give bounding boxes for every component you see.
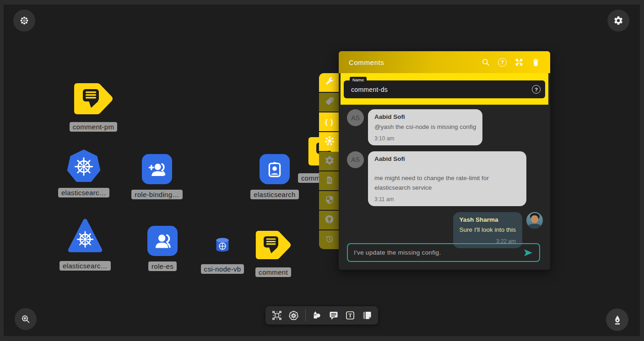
delete-icon[interactable] bbox=[531, 58, 540, 67]
svg-text:T: T bbox=[348, 313, 352, 318]
node-label: elasticsearc… bbox=[58, 188, 109, 197]
node-label: comment bbox=[255, 267, 291, 277]
search-icon[interactable] bbox=[481, 58, 490, 67]
message-bubble: Aabid Sofi @yash the csi-node is missing… bbox=[368, 109, 482, 145]
node-comment[interactable]: comment bbox=[246, 229, 301, 277]
message-time: 3:10 am bbox=[374, 135, 476, 142]
message-input[interactable] bbox=[354, 249, 523, 256]
zoom-in-icon bbox=[21, 314, 31, 324]
zoom-button[interactable] bbox=[15, 308, 37, 330]
comments-panel: Comments ? bbox=[339, 51, 550, 270]
name-input[interactable] bbox=[344, 80, 545, 98]
comment-icon[interactable] bbox=[328, 310, 339, 321]
tab-wrench[interactable] bbox=[319, 73, 340, 92]
hub-flower-icon bbox=[324, 135, 335, 148]
message: AS Aabid Sofi @yash the csi-node is miss… bbox=[347, 109, 543, 145]
tab-hub-flower[interactable] bbox=[319, 132, 340, 151]
send-icon[interactable] bbox=[523, 247, 534, 258]
node-role-binding[interactable]: role-binding… bbox=[130, 154, 184, 199]
github-icon bbox=[324, 214, 335, 226]
wrench-icon bbox=[325, 77, 335, 89]
message-list[interactable]: AS Aabid Sofi @yash the csi-node is miss… bbox=[339, 105, 550, 248]
toolbar-divider bbox=[305, 309, 306, 321]
message: Yash Sharma Sure I'll look into this 3:2… bbox=[347, 212, 543, 248]
node-label: role-binding… bbox=[131, 190, 182, 199]
node-elasticsearch-deployment[interactable]: elasticsearc… bbox=[56, 149, 111, 197]
pen-tool-button[interactable] bbox=[606, 309, 628, 331]
message-text: Sure I'll look into this bbox=[460, 225, 516, 235]
shape-toolbar: T bbox=[265, 306, 378, 325]
message-author: Aabid Sofi bbox=[374, 113, 476, 120]
note-icon[interactable] bbox=[362, 310, 373, 321]
tab-settings[interactable] bbox=[319, 152, 340, 170]
kubernetes-icon[interactable] bbox=[288, 310, 299, 321]
avatar: AS bbox=[347, 109, 364, 126]
message-bubble: Aabid Sofi me might need to change the r… bbox=[368, 151, 526, 206]
node-comment-pm[interactable]: comment-pm bbox=[66, 82, 121, 132]
node-label: csi-node-vb bbox=[201, 264, 244, 274]
comment-flag-icon bbox=[73, 82, 114, 117]
gear-icon bbox=[325, 155, 335, 167]
name-section: Name ? bbox=[341, 73, 548, 105]
file-search-icon bbox=[325, 175, 335, 187]
shield-icon bbox=[325, 195, 335, 207]
history-icon bbox=[325, 234, 335, 246]
node-elasticsearch-sa[interactable]: elasticsearch bbox=[247, 154, 302, 199]
tab-braces[interactable]: { } bbox=[319, 112, 340, 131]
network-design-icon[interactable] bbox=[271, 310, 282, 321]
avatar bbox=[526, 212, 543, 229]
node-label: comment-pm bbox=[70, 122, 118, 132]
storage-cylinder-icon bbox=[215, 237, 230, 255]
add-users-icon bbox=[142, 154, 172, 184]
flower-icon bbox=[19, 16, 29, 26]
gear-icon bbox=[613, 16, 623, 26]
message: AS Aabid Sofi me might need to change th… bbox=[347, 151, 543, 206]
panel-side-toolbar: { } bbox=[319, 73, 340, 249]
shapes-icon[interactable] bbox=[311, 310, 322, 321]
node-label: elasticsearch bbox=[250, 190, 298, 199]
settings-button[interactable] bbox=[607, 10, 629, 32]
kubernetes-heptagon-icon bbox=[67, 149, 100, 184]
tab-file-search[interactable] bbox=[319, 171, 340, 190]
kubernetes-triangle-icon bbox=[68, 218, 103, 255]
tab-github[interactable] bbox=[319, 211, 340, 229]
users-icon bbox=[147, 226, 178, 256]
node-label: elasticsearc… bbox=[60, 261, 111, 271]
node-label: role-es bbox=[148, 261, 177, 271]
expand-icon[interactable] bbox=[514, 58, 524, 67]
text-tool-icon[interactable]: T bbox=[345, 310, 356, 321]
comment-flag-icon bbox=[255, 229, 292, 263]
message-author: Aabid Sofi bbox=[374, 155, 520, 162]
message-time: 3:11 am bbox=[374, 196, 520, 202]
message-text: @yash the csi-node is missing config bbox=[374, 123, 476, 132]
message-text: me might need to change the rate-limit f… bbox=[374, 174, 520, 193]
node-csi-node-vb[interactable]: csi-node-vb bbox=[195, 237, 250, 274]
help-icon[interactable]: ? bbox=[498, 58, 507, 67]
flower-menu-button[interactable] bbox=[13, 10, 35, 32]
message-input-row bbox=[347, 243, 540, 262]
id-badge-icon bbox=[260, 154, 290, 184]
message-author: Yash Sharma bbox=[460, 216, 516, 223]
tab-shield[interactable] bbox=[319, 191, 340, 210]
tab-tags[interactable] bbox=[319, 93, 340, 112]
help-icon[interactable]: ? bbox=[532, 85, 541, 94]
panel-title: Comments bbox=[349, 59, 384, 66]
pen-nib-icon bbox=[612, 314, 623, 325]
tags-icon bbox=[325, 96, 335, 108]
comments-panel-header[interactable]: Comments ? bbox=[339, 51, 550, 73]
node-elasticsearch-pod[interactable]: elasticsearc… bbox=[58, 218, 113, 271]
tab-history[interactable] bbox=[319, 230, 340, 249]
node-role-es[interactable]: role-es bbox=[135, 226, 190, 271]
name-input-label: Name bbox=[350, 77, 367, 83]
braces-icon: { } bbox=[325, 118, 334, 126]
message-bubble: Yash Sharma Sure I'll look into this 3:2… bbox=[453, 212, 522, 248]
avatar: AS bbox=[347, 151, 364, 168]
